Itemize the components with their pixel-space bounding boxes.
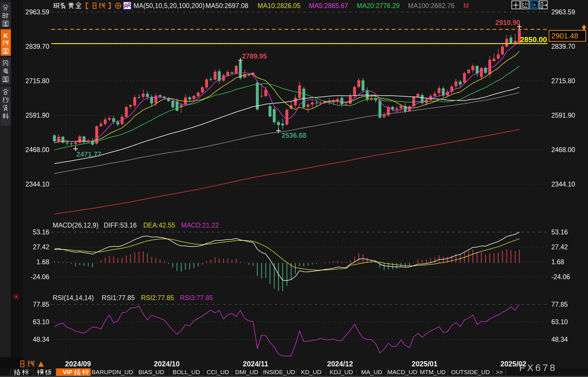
svg-text:MACD_UD: MACD_UD xyxy=(387,369,417,376)
svg-text:KD_UD: KD_UD xyxy=(301,369,321,376)
svg-text:2839.70: 2839.70 xyxy=(551,43,575,50)
svg-text:2839.70: 2839.70 xyxy=(26,43,49,50)
svg-text:MACD:21.22: MACD:21.22 xyxy=(181,221,219,229)
svg-text:27.42: 27.42 xyxy=(551,243,568,251)
svg-text:2344.10: 2344.10 xyxy=(26,180,49,188)
svg-text:MA10:2826.05: MA10:2826.05 xyxy=(258,2,301,9)
svg-text:2789.95: 2789.95 xyxy=(242,52,267,60)
svg-text:RSI1:77.85: RSI1:77.85 xyxy=(102,294,135,302)
svg-text:-24.06: -24.06 xyxy=(551,273,570,281)
svg-text:2025/01: 2025/01 xyxy=(412,360,438,368)
svg-text:OUTSIDE_UD: OUTSIDE_UD xyxy=(451,369,490,376)
svg-text:2910.90: 2910.90 xyxy=(495,19,520,26)
svg-text:RSI2:77.85: RSI2:77.85 xyxy=(141,294,174,302)
svg-text:DIFF:53.16: DIFF:53.16 xyxy=(104,221,137,229)
svg-text:MA50:2697.08: MA50:2697.08 xyxy=(205,2,248,9)
svg-text:DMI_UD: DMI_UD xyxy=(235,369,258,376)
svg-text:MACD(26,12,9): MACD(26,12,9) xyxy=(53,221,99,229)
svg-text:FX678: FX678 xyxy=(519,362,557,373)
svg-text:M: M xyxy=(463,2,469,9)
svg-text:2850.00: 2850.00 xyxy=(520,35,547,44)
svg-text:63.10: 63.10 xyxy=(551,318,568,326)
svg-text:MA_UD: MA_UD xyxy=(361,369,382,376)
svg-text:2901.48: 2901.48 xyxy=(551,32,578,40)
svg-text:2471.77: 2471.77 xyxy=(77,150,101,158)
svg-text:>>: >> xyxy=(496,369,503,375)
svg-text:2591.90: 2591.90 xyxy=(26,112,49,119)
svg-text:RSI3:77.85: RSI3:77.85 xyxy=(180,294,213,302)
svg-text:BIAS_UD: BIAS_UD xyxy=(138,369,164,376)
svg-text:MA20:2776.29: MA20:2776.29 xyxy=(357,2,400,9)
svg-text:MA5:2865.67: MA5:2865.67 xyxy=(309,2,348,9)
svg-text:53.16: 53.16 xyxy=(551,228,568,236)
svg-text:CCI_UD: CCI_UD xyxy=(207,369,229,376)
svg-text:2715.80: 2715.80 xyxy=(551,77,575,85)
svg-text:MA100:2682.76: MA100:2682.76 xyxy=(408,2,454,9)
svg-text:48.34: 48.34 xyxy=(551,336,568,343)
svg-text:BOLL_UD: BOLL_UD xyxy=(173,369,200,376)
svg-text:2468.00: 2468.00 xyxy=(551,146,575,153)
svg-text:RSI(14,14,14): RSI(14,14,14) xyxy=(53,294,94,302)
svg-text:MA(50,10,5,20,100,200): MA(50,10,5,20,100,200) xyxy=(134,2,205,9)
svg-text:2963.59: 2963.59 xyxy=(26,8,49,16)
svg-text:VIP: VIP xyxy=(63,369,72,375)
svg-text:DEA:42.55: DEA:42.55 xyxy=(143,221,175,229)
svg-text:2468.00: 2468.00 xyxy=(26,146,49,153)
svg-text:2024/12: 2024/12 xyxy=(327,360,353,368)
svg-text:2963.59: 2963.59 xyxy=(551,8,575,16)
svg-text:2715.80: 2715.80 xyxy=(26,77,49,85)
svg-text:INSIDE_UD: INSIDE_UD xyxy=(263,369,295,376)
svg-text:2344.10: 2344.10 xyxy=(551,180,575,188)
svg-text:MTM_UD: MTM_UD xyxy=(420,369,446,376)
svg-text:77.85: 77.85 xyxy=(551,301,568,308)
svg-text:2024/09: 2024/09 xyxy=(65,360,91,368)
svg-text:27.42: 27.42 xyxy=(33,243,49,251)
svg-text:BARUPDN_UD: BARUPDN_UD xyxy=(92,369,133,376)
svg-text:2024/10: 2024/10 xyxy=(154,360,180,368)
svg-text:77.85: 77.85 xyxy=(33,301,49,308)
svg-text:63.10: 63.10 xyxy=(33,318,49,326)
svg-text:2591.90: 2591.90 xyxy=(551,112,575,119)
svg-text:53.16: 53.16 xyxy=(33,228,49,236)
svg-text:-24.06: -24.06 xyxy=(31,273,49,281)
svg-text:KDJ_UD: KDJ_UD xyxy=(330,369,353,376)
svg-text:48.34: 48.34 xyxy=(33,336,49,343)
svg-text:2024/11: 2024/11 xyxy=(243,360,268,368)
svg-text:2536.68: 2536.68 xyxy=(282,131,307,139)
svg-text:K: K xyxy=(3,32,8,39)
svg-text:1.68: 1.68 xyxy=(551,258,564,266)
svg-text:1.68: 1.68 xyxy=(36,258,49,266)
